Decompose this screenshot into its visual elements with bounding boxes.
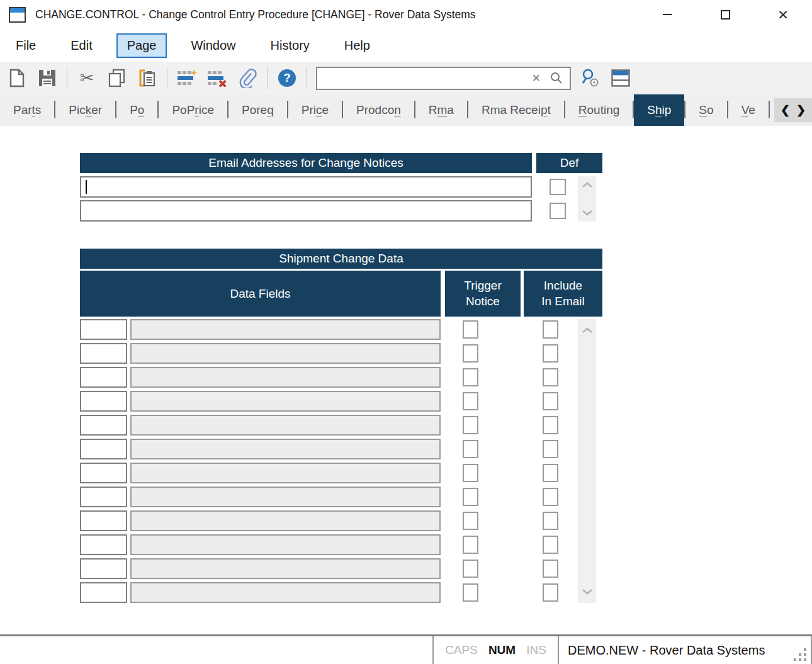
cut-button[interactable]: ✂ (76, 67, 98, 89)
include-in-email-checkbox[interactable] (543, 536, 558, 554)
trigger-notice-checkbox[interactable] (463, 512, 478, 530)
data-field-code-input[interactable] (81, 560, 126, 578)
trigger-notice-checkbox[interactable] (463, 344, 478, 363)
trigger-notice-checkbox[interactable] (463, 464, 478, 482)
data-field-name-display (130, 343, 441, 364)
copy-button[interactable] (106, 67, 128, 89)
search-icon[interactable] (550, 71, 563, 85)
data-field-code-input[interactable] (81, 464, 126, 482)
trigger-notice-checkbox[interactable] (463, 583, 478, 602)
include-in-email-checkbox[interactable] (543, 464, 558, 482)
trigger-notice-checkbox[interactable] (463, 416, 478, 434)
data-field-code-input[interactable] (81, 344, 126, 363)
shipment-data-row (80, 463, 602, 483)
layout-button[interactable] (610, 67, 631, 89)
data-field-code-input[interactable] (81, 416, 126, 434)
page-tab[interactable]: Ship (634, 94, 684, 126)
data-field-code-input[interactable] (81, 536, 126, 554)
def-column-header: Def (536, 153, 602, 173)
trigger-notice-checkbox[interactable] (463, 392, 478, 410)
menu-item[interactable]: Edit (60, 33, 103, 58)
data-field-code-input[interactable] (81, 368, 126, 386)
paste-button[interactable] (137, 67, 158, 89)
toolbar: ✂ ? ✕ (0, 62, 812, 94)
email-addresses-table: Email Addresses for Change Notices Def (80, 153, 602, 224)
include-in-email-checkbox[interactable] (543, 583, 558, 602)
data-field-code-input[interactable] (81, 512, 126, 530)
data-field-name-display (130, 487, 441, 507)
include-in-email-checkbox[interactable] (543, 392, 558, 410)
menubar: FileEditPageWindowHistoryHelp (0, 29, 812, 62)
include-in-email-checkbox[interactable] (543, 344, 558, 363)
page-tab[interactable]: Rma (415, 94, 467, 126)
menu-item[interactable]: File (5, 33, 47, 58)
data-field-code-input[interactable] (81, 583, 126, 602)
toolbar-separator (67, 67, 67, 89)
maximize-button[interactable] (696, 0, 754, 29)
tab-scroll-right-button[interactable]: ❯ (796, 103, 806, 117)
scroll-up-icon[interactable] (582, 327, 593, 334)
menu-item[interactable]: History (260, 33, 320, 58)
include-in-email-checkbox[interactable] (543, 512, 558, 530)
minimize-button[interactable] (638, 0, 696, 29)
page-tab[interactable]: Prodcon (343, 94, 414, 126)
data-field-code-input[interactable] (81, 392, 126, 410)
page-tab[interactable]: Ve (728, 94, 769, 126)
copy-icon (108, 69, 126, 87)
page-tab[interactable]: Po (116, 94, 157, 126)
menu-item[interactable]: Page (116, 33, 167, 58)
include-in-email-checkbox[interactable] (543, 368, 558, 386)
trigger-notice-checkbox[interactable] (463, 368, 478, 386)
include-in-email-checkbox[interactable] (543, 320, 558, 339)
include-in-email-checkbox[interactable] (543, 560, 558, 578)
trigger-notice-checkbox[interactable] (463, 488, 478, 506)
window-controls: ✕ (638, 0, 812, 29)
delete-row-button[interactable] (206, 67, 228, 89)
search-clear-icon[interactable]: ✕ (532, 73, 541, 84)
data-field-code-input[interactable] (81, 440, 126, 458)
data-fields-header: Data Fields (80, 271, 441, 317)
tab-scroll-left-button[interactable]: ❮ (781, 103, 790, 117)
shipment-data-row (80, 534, 602, 555)
shipment-data-row (80, 319, 602, 340)
search-options-button[interactable] (580, 67, 601, 89)
shipment-data-row (80, 343, 602, 364)
resize-grip[interactable] (793, 648, 807, 661)
def-checkbox[interactable] (550, 179, 566, 195)
email-address-input[interactable] (81, 201, 531, 220)
attachment-button[interactable] (237, 67, 258, 89)
close-button[interactable]: ✕ (754, 0, 812, 29)
data-field-code-input[interactable] (81, 488, 126, 506)
page-tab[interactable]: Parts (0, 94, 54, 126)
trigger-notice-checkbox[interactable] (463, 320, 478, 339)
help-button[interactable]: ? (276, 67, 298, 89)
scroll-up-icon[interactable] (582, 182, 593, 188)
data-field-code-input[interactable] (81, 320, 126, 339)
new-document-icon (9, 69, 25, 87)
save-button[interactable] (37, 67, 58, 89)
application-icon (9, 7, 26, 23)
trigger-notice-checkbox[interactable] (463, 440, 478, 458)
menu-item[interactable]: Window (180, 33, 246, 58)
email-address-input[interactable] (81, 177, 531, 196)
def-checkbox[interactable] (550, 203, 566, 219)
page-tab[interactable]: Poreq (228, 94, 287, 126)
include-in-email-checkbox[interactable] (543, 440, 558, 458)
menu-item[interactable]: Help (334, 33, 381, 58)
page-tab[interactable]: Price (288, 94, 342, 126)
page-tab[interactable]: PoPrice (159, 94, 227, 126)
page-tab[interactable]: Picker (55, 94, 115, 126)
insert-row-button[interactable] (176, 67, 198, 89)
trigger-notice-checkbox[interactable] (463, 560, 478, 578)
insert-mode-indicator: INS (526, 643, 546, 657)
search-input[interactable] (324, 72, 523, 84)
trigger-notice-checkbox[interactable] (463, 536, 478, 554)
page-tab[interactable]: Routing (565, 94, 633, 126)
new-document-button[interactable] (6, 67, 28, 89)
include-in-email-checkbox[interactable] (543, 416, 558, 434)
page-tab[interactable]: Rma Receipt (468, 94, 564, 126)
scroll-down-icon[interactable] (582, 588, 593, 595)
include-in-email-checkbox[interactable] (543, 488, 558, 506)
scroll-down-icon[interactable] (582, 210, 593, 216)
page-tab[interactable]: So (685, 94, 726, 126)
